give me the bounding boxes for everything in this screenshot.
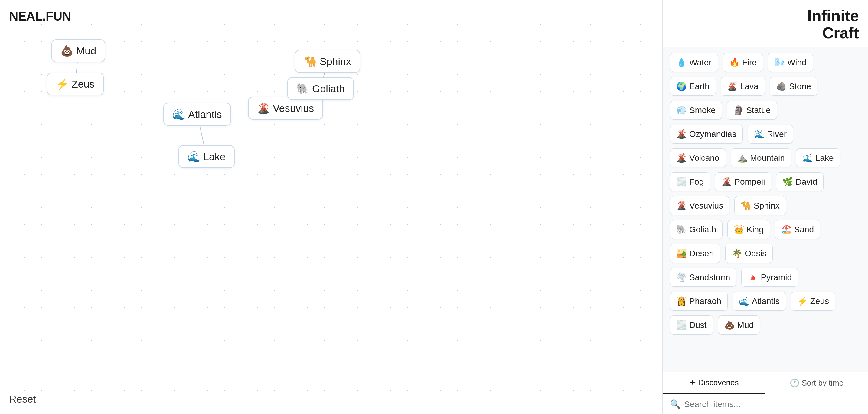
node-mud[interactable]: 💩Mud <box>52 39 105 62</box>
item-chip-fire[interactable]: 🔥Fire <box>723 53 763 72</box>
item-label: Sphinx <box>754 201 780 211</box>
item-emoji: 🪨 <box>776 81 787 91</box>
item-chip-fog[interactable]: 🌫️Fog <box>670 172 710 191</box>
search-input[interactable] <box>684 400 861 409</box>
item-emoji: 🌪️ <box>676 272 687 282</box>
item-label: Fog <box>689 177 704 187</box>
items-row-0: 💧Water🔥Fire🌬️Wind <box>670 53 861 72</box>
tab-discoveries[interactable]: ✦ Discoveries <box>663 372 766 394</box>
item-chip-oasis[interactable]: 🌴Oasis <box>725 244 773 263</box>
canvas[interactable]: NEAL.FUN 💩Mud⚡Zeus🌊Atlantis🌊Lake🌋Vesuviu… <box>0 0 662 414</box>
item-emoji: 🏖️ <box>781 225 792 235</box>
item-chip-sand[interactable]: 🏖️Sand <box>775 220 820 239</box>
item-emoji: 🔺 <box>748 272 758 282</box>
item-chip-dust[interactable]: 🌫️Dust <box>670 315 713 335</box>
item-emoji: 💨 <box>676 105 687 115</box>
item-label: Mud <box>737 320 754 330</box>
node-emoji-atlantis: 🌊 <box>173 108 185 120</box>
item-chip-ozymandias[interactable]: 🌋Ozymandias <box>670 125 743 143</box>
node-lake[interactable]: 🌊Lake <box>179 145 235 168</box>
item-label: Vesuvius <box>689 201 723 211</box>
node-vesuvius[interactable]: 🌋Vesuvius <box>248 97 323 120</box>
item-chip-sandstorm[interactable]: 🌪️Sandstorm <box>670 268 737 287</box>
item-label: Ozymandias <box>689 129 737 139</box>
node-emoji-sphinx: 🐪 <box>304 55 317 67</box>
items-row-8: 🏜️Desert🌴Oasis <box>670 244 861 263</box>
item-label: Oasis <box>745 249 766 258</box>
item-chip-statue[interactable]: 🗿Statue <box>727 101 777 120</box>
items-row-10: 👸Pharaoh🌊Atlantis⚡Zeus <box>670 291 861 311</box>
item-emoji: 🌫️ <box>676 177 687 187</box>
item-chip-wind[interactable]: 🌬️Wind <box>768 53 813 72</box>
item-label: Goliath <box>689 225 716 235</box>
sidebar-bottom: ✦ Discoveries 🕐 Sort by time 🔍 <box>663 372 868 414</box>
node-label-sphinx: Sphinx <box>320 56 351 67</box>
item-label: Desert <box>689 249 714 258</box>
item-label: King <box>747 225 764 235</box>
item-chip-earth[interactable]: 🌍Earth <box>670 77 716 96</box>
item-chip-goliath[interactable]: 🐘Goliath <box>670 220 722 239</box>
items-row-9: 🌪️Sandstorm🔺Pyramid <box>670 268 861 287</box>
node-emoji-lake: 🌊 <box>187 150 200 163</box>
items-row-4: 🌋Volcano⛰️Mountain🌊Lake <box>670 148 861 167</box>
item-emoji: 👑 <box>734 225 744 235</box>
item-chip-atlantis[interactable]: 🌊Atlantis <box>733 291 786 311</box>
item-chip-mountain[interactable]: ⛰️Mountain <box>731 148 791 167</box>
item-chip-vesuvius[interactable]: 🌋Vesuvius <box>670 196 730 215</box>
item-chip-water[interactable]: 💧Water <box>670 53 718 72</box>
item-emoji: 🌴 <box>732 248 742 258</box>
item-chip-david[interactable]: 🌿David <box>776 172 824 191</box>
reset-button[interactable]: Reset <box>9 393 36 405</box>
item-label: Mountain <box>750 153 785 163</box>
item-chip-zeus[interactable]: ⚡Zeus <box>791 291 835 311</box>
search-bar: 🔍 <box>663 394 868 414</box>
item-chip-lava[interactable]: 🌋Lava <box>721 77 765 96</box>
item-emoji: 🌿 <box>782 177 793 187</box>
node-emoji-vesuvius: 🌋 <box>257 102 270 114</box>
item-chip-smoke[interactable]: 💨Smoke <box>670 101 722 120</box>
node-emoji-zeus: ⚡ <box>56 78 69 90</box>
items-row-1: 🌍Earth🌋Lava🪨Stone <box>670 77 861 96</box>
item-label: David <box>796 177 817 187</box>
item-emoji: 🌋 <box>676 201 687 211</box>
item-emoji: 🌋 <box>676 153 687 163</box>
item-chip-river[interactable]: 🌊River <box>748 125 793 143</box>
node-sphinx[interactable]: 🐪Sphinx <box>295 50 360 73</box>
search-icon: 🔍 <box>670 399 681 409</box>
item-label: Atlantis <box>752 297 780 306</box>
item-label: Lava <box>740 81 758 91</box>
items-row-11: 🌫️Dust💩Mud <box>670 315 861 335</box>
item-label: Pharaoh <box>689 297 721 306</box>
item-chip-desert[interactable]: 🏜️Desert <box>670 244 720 263</box>
node-goliath[interactable]: 🐘Goliath <box>287 77 354 100</box>
items-row-5: 🌫️Fog🌋Pompeii🌿David <box>670 172 861 191</box>
item-chip-sphinx[interactable]: 🐪Sphinx <box>734 196 786 215</box>
sidebar-header: InfiniteCraft <box>663 0 868 47</box>
item-chip-volcano[interactable]: 🌋Volcano <box>670 148 726 167</box>
node-label-lake: Lake <box>203 151 226 163</box>
item-label: Dust <box>689 320 707 330</box>
item-emoji: 🌋 <box>727 81 738 91</box>
item-chip-king[interactable]: 👑King <box>727 220 770 239</box>
item-chip-pharaoh[interactable]: 👸Pharaoh <box>670 291 728 311</box>
item-chip-stone[interactable]: 🪨Stone <box>770 77 817 96</box>
item-emoji: 🌫️ <box>676 320 687 330</box>
item-chip-pyramid[interactable]: 🔺Pyramid <box>741 268 798 287</box>
node-zeus[interactable]: ⚡Zeus <box>47 72 104 96</box>
item-label: Wind <box>787 58 807 67</box>
item-label: Zeus <box>810 297 829 306</box>
node-atlantis[interactable]: 🌊Atlantis <box>163 103 231 126</box>
item-label: Earth <box>689 81 710 91</box>
tab-sort-by-time[interactable]: 🕐 Sort by time <box>766 372 868 394</box>
item-emoji: 🌍 <box>676 81 687 91</box>
item-emoji: 🐪 <box>741 201 751 211</box>
item-chip-pompeii[interactable]: 🌋Pompeii <box>715 172 771 191</box>
item-emoji: 🌊 <box>802 153 813 163</box>
items-row-2: 💨Smoke🗿Statue <box>670 101 861 120</box>
node-label-atlantis: Atlantis <box>188 108 222 120</box>
item-chip-lake[interactable]: 🌊Lake <box>796 148 840 167</box>
item-label: Lake <box>815 153 834 163</box>
item-chip-mud[interactable]: 💩Mud <box>718 315 760 335</box>
item-label: Sand <box>794 225 814 235</box>
sidebar: InfiniteCraft 💧Water🔥Fire🌬️Wind🌍Earth🌋La… <box>662 0 868 414</box>
